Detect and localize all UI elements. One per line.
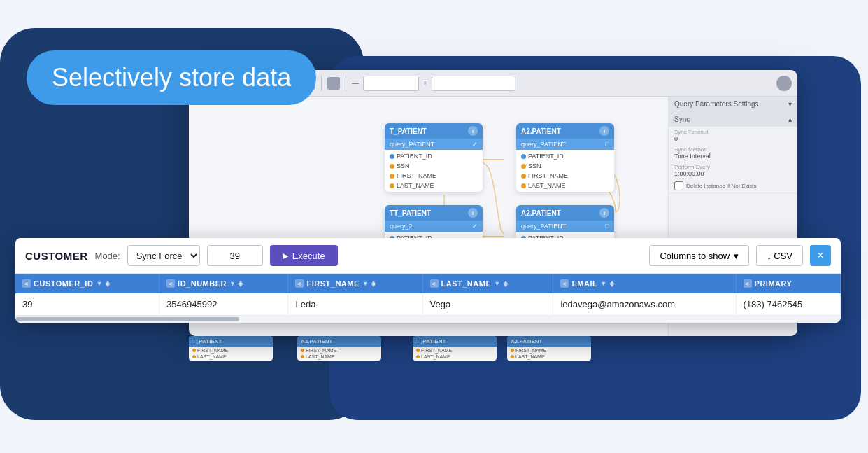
panel-query-settings-header: Query Parameters Settings ▾: [669, 97, 797, 111]
separator3: [346, 76, 346, 91]
col-label-last-name: LAST_NAME: [441, 279, 492, 288]
cell-first-name: Leda: [288, 293, 422, 316]
panel-sync-method: Sync Method Time Interval: [669, 144, 797, 162]
profile-icon[interactable]: [776, 76, 792, 91]
zoom-label: —: [352, 79, 359, 87]
col-label-first-name: FIRST_NAME: [306, 279, 359, 288]
node-a2-patient-bot-query: query_PATIENT □: [516, 221, 614, 232]
node-t-patient-body: PATIENT_ID SSN FIRST_NAME LAST_NAME: [385, 150, 483, 192]
panel-sync-section: Sync ▴ Sync Timeout 0 Sync Method Time I…: [669, 112, 797, 193]
columns-label: Columns to show: [660, 251, 730, 261]
th-id-number[interactable]: < ID_NUMBER ▼: [159, 274, 288, 293]
col-label-customer-id: CUSTOMER_ID: [34, 279, 93, 288]
node-tt-patient-query: query_2 ✓: [385, 221, 483, 232]
horizontal-scrollbar[interactable]: [15, 316, 841, 323]
node-t-patient-icon: i: [468, 126, 478, 136]
panel-query-settings-title: Query Parameters Settings: [674, 100, 759, 108]
play-icon: ▶: [283, 251, 288, 260]
node-a2-patient-top[interactable]: A2.PATIENT i query_PATIENT □ PATIENT_ID …: [516, 123, 614, 192]
filter-icon-id-number[interactable]: ▼: [229, 280, 236, 287]
table-row: 39 3546945992 Leda Vega ledavega@amazona…: [15, 293, 841, 316]
sort-icon-first-name[interactable]: [371, 281, 376, 287]
node-t-patient-title: T_PATIENT: [390, 127, 427, 135]
mini-node-3: T_PATIENT FIRST_NAME LAST_NAME: [413, 336, 497, 361]
chevron-up-icon: ▴: [788, 116, 792, 123]
separator2: [321, 76, 322, 91]
mini-node-2: A2.PATIENT FIRST_NAME LAST_NAME: [297, 336, 381, 361]
field-last-name: LAST_NAME: [385, 181, 483, 190]
cell-primary: (183) 7462545: [736, 293, 840, 316]
mini-node-1: T_PATIENT FIRST_NAME LAST_NAME: [189, 336, 273, 361]
sort-icon-id-number[interactable]: [239, 281, 243, 287]
execute-label: Execute: [292, 251, 325, 261]
panel-perform-every: Perform Every 1:00:00.00: [669, 162, 797, 179]
node-a2-patient-top-header: A2.PATIENT i: [516, 123, 614, 139]
scroll-thumb[interactable]: [15, 317, 239, 321]
table-header-row: < CUSTOMER_ID ▼ < ID_NUMBER ▼: [15, 274, 841, 293]
filter-icon-email[interactable]: ▼: [600, 280, 606, 287]
search-input[interactable]: [432, 76, 515, 91]
node-t-patient-header: T_PATIENT i: [385, 123, 483, 139]
cell-last-name: Vega: [422, 293, 553, 316]
col-icon-id-number: <: [166, 279, 175, 288]
chevron-down-icon: ▾: [788, 100, 792, 108]
mode-label: Mode:: [95, 251, 120, 261]
col-label-email: EMAIL: [571, 279, 597, 288]
panel-delete-checkbox[interactable]: Delete Instance If Not Exists: [669, 179, 797, 193]
title-pill: Selectively store data: [27, 50, 316, 105]
node-tt-patient-header: TT_PATIENT i: [385, 205, 483, 221]
close-icon: ×: [817, 249, 823, 262]
filter-icon-last-name[interactable]: ▼: [494, 280, 500, 287]
table-title: CUSTOMER: [25, 250, 88, 262]
table-header: < CUSTOMER_ID ▼ < ID_NUMBER ▼: [15, 274, 841, 293]
sort-icon-customer-id[interactable]: [106, 281, 110, 287]
col-label-primary: PRIMARY: [755, 279, 792, 288]
table-toolbar: CUSTOMER Mode: Sync Force Normal Sync ▶ …: [15, 238, 841, 274]
delete-instance-checkbox[interactable]: [674, 181, 683, 190]
node-a2-patient-bot-header: A2.PATIENT i: [516, 205, 614, 221]
panel-sync-header[interactable]: Sync ▴: [669, 112, 797, 127]
data-table: < CUSTOMER_ID ▼ < ID_NUMBER ▼: [15, 274, 841, 316]
columns-to-show-button[interactable]: Columns to show ▾: [649, 245, 749, 266]
cell-customer-id: 39: [15, 293, 159, 316]
panel-sync-timeout: Sync Timeout 0: [669, 127, 797, 144]
sort-icon-last-name[interactable]: [504, 281, 508, 287]
th-customer-id[interactable]: < CUSTOMER_ID ▼: [15, 274, 159, 293]
table-window: CUSTOMER Mode: Sync Force Normal Sync ▶ …: [15, 238, 841, 323]
page-title: Selectively store data: [52, 63, 291, 92]
th-primary[interactable]: < PRIMARY: [736, 274, 840, 293]
field-patient-id: PATIENT_ID: [385, 151, 483, 161]
sort-icon-email[interactable]: [610, 281, 614, 287]
node-t-patient[interactable]: T_PATIENT i query_PATIENT ✓ PATIENT_ID S…: [385, 123, 483, 192]
table-body: 39 3546945992 Leda Vega ledavega@amazona…: [15, 293, 841, 316]
col-label-id-number: ID_NUMBER: [178, 279, 227, 288]
zoom-input[interactable]: [363, 76, 419, 91]
row-number-input[interactable]: [207, 245, 263, 266]
share-icon[interactable]: [327, 77, 340, 90]
plus-label: +: [423, 79, 427, 87]
delete-instance-label: Delete Instance If Not Exists: [686, 183, 757, 189]
node-a2-patient-top-body: PATIENT_ID SSN FIRST_NAME LAST_NAME: [516, 150, 614, 192]
col-icon-last-name: <: [430, 279, 439, 288]
csv-label: ↓ CSV: [767, 251, 792, 261]
th-first-name[interactable]: < FIRST_NAME ▼: [288, 274, 422, 293]
close-button[interactable]: ×: [810, 245, 831, 266]
csv-button[interactable]: ↓ CSV: [756, 245, 803, 266]
th-last-name[interactable]: < LAST_NAME ▼: [422, 274, 553, 293]
th-email[interactable]: < EMAIL ▼: [553, 274, 736, 293]
cell-id-number: 3546945992: [159, 293, 288, 316]
field-first-name: FIRST_NAME: [385, 171, 483, 181]
node-a2-patient-top-query: query_PATIENT □: [516, 139, 614, 150]
col-icon-primary: <: [744, 279, 752, 288]
col-icon-email: <: [560, 279, 569, 288]
execute-button[interactable]: ▶ Execute: [270, 245, 338, 266]
node-t-patient-query: query_PATIENT ✓: [385, 139, 483, 150]
mini-canvas: T_PATIENT FIRST_NAME LAST_NAME A2.PATIEN…: [189, 330, 595, 386]
mini-node-4: A2.PATIENT FIRST_NAME LAST_NAME: [507, 336, 591, 361]
filter-icon-customer-id[interactable]: ▼: [96, 280, 102, 287]
col-icon-first-name: <: [295, 279, 304, 288]
mode-select[interactable]: Sync Force Normal Sync: [127, 245, 200, 266]
filter-icon-first-name[interactable]: ▼: [362, 280, 369, 287]
col-icon-customer-id: <: [22, 279, 31, 288]
field-ssn: SSN: [385, 161, 483, 171]
